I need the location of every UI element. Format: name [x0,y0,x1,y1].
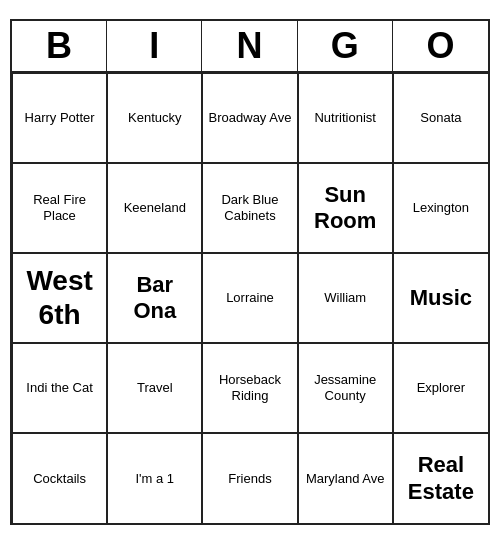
bingo-cell: West 6th [12,253,107,343]
bingo-cell: Keeneland [107,163,202,253]
bingo-cell: Bar Ona [107,253,202,343]
header-letter: B [12,21,107,71]
bingo-cell: Real Estate [393,433,488,523]
bingo-cell: Lorraine [202,253,297,343]
bingo-cell: Real Fire Place [12,163,107,253]
bingo-cell: Sonata [393,73,488,163]
bingo-cell: Travel [107,343,202,433]
bingo-cell: William [298,253,393,343]
bingo-cell: Indi the Cat [12,343,107,433]
bingo-cell: Lexington [393,163,488,253]
bingo-cell: Dark Blue Cabinets [202,163,297,253]
bingo-cell: Harry Potter [12,73,107,163]
bingo-cell: Jessamine County [298,343,393,433]
bingo-grid: Harry PotterKentuckyBroadway AveNutritio… [12,73,488,523]
header-letter: I [107,21,202,71]
bingo-cell: Friends [202,433,297,523]
bingo-header: BINGO [12,21,488,73]
bingo-cell: Nutritionist [298,73,393,163]
bingo-cell: Music [393,253,488,343]
bingo-cell: Sun Room [298,163,393,253]
bingo-cell: Horseback Riding [202,343,297,433]
header-letter: N [202,21,297,71]
bingo-cell: Maryland Ave [298,433,393,523]
bingo-cell: Kentucky [107,73,202,163]
header-letter: O [393,21,488,71]
bingo-cell: I'm a 1 [107,433,202,523]
bingo-cell: Broadway Ave [202,73,297,163]
bingo-cell: Cocktails [12,433,107,523]
header-letter: G [298,21,393,71]
bingo-card: BINGO Harry PotterKentuckyBroadway AveNu… [10,19,490,525]
bingo-cell: Explorer [393,343,488,433]
